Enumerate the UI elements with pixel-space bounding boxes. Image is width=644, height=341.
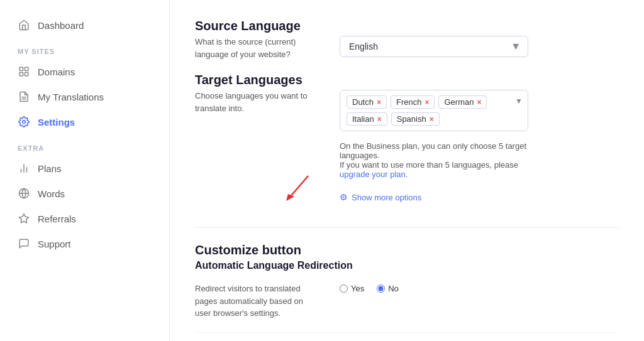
tag-spanish: Spanish ×: [391, 112, 440, 126]
auto-redirect-no[interactable]: No: [377, 284, 399, 293]
sidebar-label-plans: Plans: [38, 163, 62, 174]
tag-dutch-label: Dutch: [352, 97, 374, 107]
remove-spanish-button[interactable]: ×: [430, 116, 434, 123]
auto-redirect-row: Redirect visitors to translated pages au…: [195, 283, 619, 333]
target-languages-title: Target Languages: [195, 73, 619, 87]
tag-german: German ×: [438, 95, 487, 109]
target-languages-label-block: Choose languages you want to translate i…: [195, 90, 321, 114]
red-arrow-annotation: [270, 173, 321, 204]
tags-dropdown-arrow-icon[interactable]: ▼: [515, 97, 523, 106]
target-languages-tags[interactable]: Dutch × French × German × ▼ Italian ×: [340, 90, 528, 131]
sidebar-item-words[interactable]: Words: [0, 181, 169, 206]
upgrade-plan-link[interactable]: upgrade your plan.: [340, 170, 408, 179]
remove-dutch-button[interactable]: ×: [377, 99, 381, 106]
auto-redirect-yes[interactable]: Yes: [340, 284, 364, 293]
svg-marker-14: [286, 194, 294, 201]
sidebar: Dashboard MY SITES Domains My Translatio…: [0, 0, 170, 341]
target-languages-row: Choose languages you want to translate i…: [195, 90, 619, 179]
remove-italian-button[interactable]: ×: [377, 116, 382, 123]
referrals-icon: [18, 212, 30, 225]
target-languages-description: Choose languages you want to translate i…: [195, 90, 321, 114]
svg-point-6: [23, 121, 26, 124]
svg-marker-12: [19, 214, 29, 223]
remove-french-button[interactable]: ×: [425, 99, 429, 106]
auto-redirect-yes-radio[interactable]: [340, 284, 348, 293]
sidebar-label-dashboard: Dashboard: [38, 20, 84, 31]
home-icon: [18, 19, 30, 31]
auto-redirect-label: Redirect visitors to translated pages au…: [195, 283, 321, 320]
source-language-row: What is the source (current) language of…: [195, 36, 619, 60]
tag-french-label: French: [396, 97, 421, 107]
sidebar-label-referrals: Referrals: [38, 214, 76, 224]
tag-spanish-label: Spanish: [397, 114, 426, 124]
auto-redirect-no-radio[interactable]: [377, 284, 385, 293]
plans-icon: [18, 162, 30, 175]
sidebar-item-my-translations[interactable]: My Translations: [0, 84, 169, 109]
words-icon: [18, 187, 30, 200]
sidebar-label-settings: Settings: [38, 117, 75, 127]
show-more-options-link[interactable]: ⚙ Show more options: [340, 192, 421, 202]
source-language-select-wrapper: English French Spanish German Dutch Ital…: [340, 36, 528, 57]
sidebar-label-words: Words: [38, 188, 65, 199]
svg-rect-1: [25, 67, 28, 70]
sidebar-item-dashboard[interactable]: Dashboard: [0, 13, 169, 38]
remove-german-button[interactable]: ×: [477, 99, 481, 106]
main-content: Source Language What is the source (curr…: [170, 0, 644, 341]
my-sites-label: MY SITES: [0, 38, 169, 59]
info-line1: On the Business plan, you can only choos…: [340, 141, 526, 160]
sidebar-label-support: Support: [38, 239, 71, 249]
section-divider: [195, 227, 619, 228]
extra-label: EXTRA: [0, 134, 169, 156]
source-language-label-block: What is the source (current) language of…: [195, 36, 321, 60]
domains-icon: [18, 65, 30, 78]
svg-rect-2: [19, 73, 23, 76]
customize-button-title: Customize button: [195, 243, 619, 257]
show-more-gear-icon: ⚙: [340, 192, 348, 202]
source-language-select[interactable]: English French Spanish German Dutch Ital…: [340, 36, 528, 57]
translations-icon: [18, 90, 30, 103]
svg-rect-0: [19, 67, 23, 70]
source-language-description: What is the source (current) language of…: [195, 36, 321, 60]
tag-italian-label: Italian: [352, 114, 374, 124]
tag-italian: Italian ×: [347, 112, 387, 126]
show-more-label: Show more options: [352, 193, 421, 202]
sidebar-label-my-translations: My Translations: [38, 92, 104, 102]
settings-icon: [18, 116, 30, 128]
tag-german-label: German: [444, 97, 474, 107]
auto-redirect-subtitle: Automatic Language Redirection: [195, 260, 619, 271]
target-languages-info: On the Business plan, you can only choos…: [340, 141, 547, 179]
sidebar-item-referrals[interactable]: Referrals: [0, 206, 169, 231]
sidebar-item-plans[interactable]: Plans: [0, 156, 169, 181]
auto-redirect-no-label: No: [388, 284, 399, 293]
sidebar-label-domains: Domains: [38, 67, 75, 77]
auto-redirect-options: Yes No: [340, 284, 399, 293]
info-line2: If you want to use more than 5 languages…: [340, 160, 518, 170]
auto-redirect-yes-label: Yes: [351, 284, 364, 293]
svg-rect-3: [25, 73, 28, 76]
source-language-title: Source Language: [195, 19, 619, 33]
tag-french: French ×: [391, 95, 435, 109]
sidebar-item-domains[interactable]: Domains: [0, 59, 169, 84]
support-icon: [18, 237, 30, 250]
sidebar-item-settings[interactable]: Settings: [0, 109, 169, 134]
svg-line-13: [289, 176, 308, 198]
tag-dutch: Dutch ×: [347, 95, 387, 109]
sidebar-item-support[interactable]: Support: [0, 231, 169, 256]
